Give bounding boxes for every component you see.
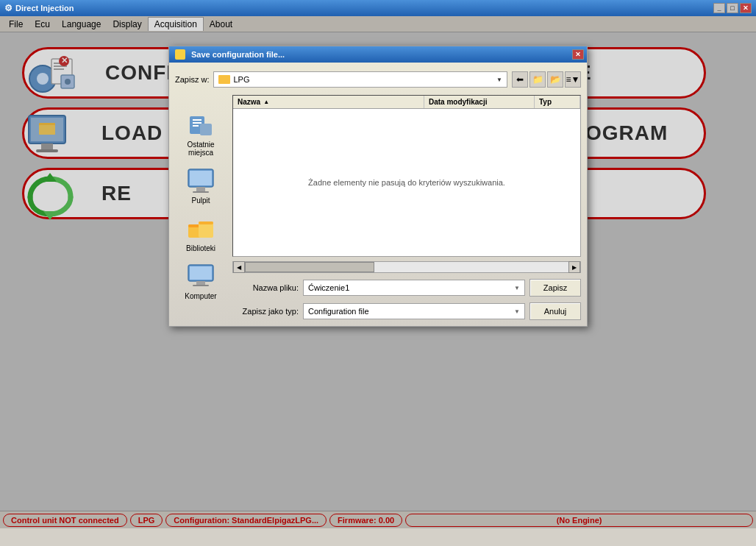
filetype-value: Configuration file: [308, 307, 369, 316]
scroll-track[interactable]: [245, 262, 568, 272]
location-dropdown-arrow: ▼: [496, 77, 502, 83]
dialog-title-left: Save configuration file...: [175, 49, 285, 60]
file-list-header: Nazwa ▲ Data modyfikacji Typ: [233, 96, 580, 109]
app-icon: ⚙: [4, 3, 13, 13]
filetype-dropdown[interactable]: Configuration file ▼: [303, 303, 525, 319]
folder-icon: [218, 75, 230, 84]
desktop-icon: [186, 166, 215, 195]
filename-dropdown-arrow: ▼: [514, 285, 520, 291]
file-list: Nazwa ▲ Data modyfikacji Typ Żadne eleme…: [232, 95, 581, 257]
svg-rect-34: [196, 187, 205, 191]
dialog-title-bar: Save configuration file... ✕: [169, 46, 587, 63]
svg-rect-31: [200, 124, 212, 135]
svg-rect-39: [199, 221, 213, 224]
save-button[interactable]: Zapisz: [529, 279, 581, 297]
location-bar: Zapisz w: LPG ▼ ⬅ 📁 📂 ≡▼: [175, 68, 581, 91]
dialog-nav: Ostatnie miejsca Pulpit: [175, 95, 227, 320]
location-dropdown[interactable]: LPG ▼: [213, 71, 507, 88]
recent-icon: [186, 110, 215, 139]
svg-rect-33: [190, 171, 212, 185]
title-bar-left: ⚙ Direct Injection: [4, 3, 74, 13]
title-bar-controls[interactable]: _ □ ✕: [713, 3, 752, 13]
scroll-right-button[interactable]: ▶: [568, 261, 580, 273]
dialog-title-text: Save configuration file...: [191, 50, 285, 59]
col-name[interactable]: Nazwa ▲: [233, 96, 424, 108]
toolbar-back-button[interactable]: ⬅: [512, 71, 528, 88]
nav-computer[interactable]: Komputer: [179, 261, 223, 300]
save-dialog: Save configuration file... ✕ Zapisz w: L…: [168, 46, 588, 327]
svg-rect-42: [196, 281, 205, 285]
location-label: Zapisz w:: [175, 75, 209, 84]
nav-recent[interactable]: Ostatnie miejsca: [179, 110, 223, 157]
nav-libraries[interactable]: Biblioteki: [179, 213, 223, 252]
nav-computer-label: Komputer: [185, 292, 216, 300]
nav-libraries-label: Biblioteki: [186, 244, 215, 252]
libraries-icon: [186, 213, 215, 243]
dialog-title-icon: [175, 49, 185, 60]
minimize-button[interactable]: _: [713, 3, 725, 13]
svg-rect-28: [193, 119, 202, 121]
toolbar-up-button[interactable]: 📁: [529, 71, 546, 88]
close-button[interactable]: ✕: [740, 3, 752, 13]
scroll-thumb[interactable]: [245, 262, 374, 272]
dialog-overlay: Save configuration file... ✕ Zapisz w: L…: [0, 16, 756, 528]
toolbar-icons: ⬅ 📁 📂 ≡▼: [512, 71, 581, 88]
location-value: LPG: [233, 75, 249, 84]
nav-recent-label: Ostatnie miejsca: [187, 141, 214, 157]
dialog-close-button[interactable]: ✕: [572, 49, 584, 60]
filetype-label: Zapisz jako typ:: [232, 307, 299, 316]
maximize-button[interactable]: □: [727, 3, 738, 13]
scroll-left-button[interactable]: ◀: [233, 261, 245, 273]
svg-rect-43: [193, 285, 209, 286]
filename-input[interactable]: Ćwiczenie1 ▼: [303, 280, 525, 296]
title-bar: ⚙ Direct Injection _ □ ✕: [0, 0, 756, 16]
svg-rect-30: [193, 125, 199, 127]
dialog-main-area: Ostatnie miejsca Pulpit: [175, 95, 581, 320]
svg-rect-29: [193, 122, 202, 124]
app-title: Direct Injection: [15, 4, 74, 13]
nav-desktop-label: Pulpit: [191, 196, 210, 205]
dialog-controls[interactable]: ✕: [572, 49, 584, 60]
filename-label: Nazwa pliku:: [232, 283, 299, 292]
dialog-body: Zapisz w: LPG ▼ ⬅ 📁 📂 ≡▼: [169, 63, 587, 326]
col-date[interactable]: Data modyfikacji: [424, 96, 535, 108]
filetype-dropdown-arrow: ▼: [514, 308, 520, 315]
svg-rect-35: [193, 191, 209, 193]
horizontal-scrollbar[interactable]: ◀ ▶: [232, 261, 581, 273]
filename-row: Nazwa pliku: Ćwiczenie1 ▼ Zapisz: [232, 279, 581, 297]
file-list-container: Nazwa ▲ Data modyfikacji Typ Żadne eleme…: [232, 95, 581, 320]
sort-arrow: ▲: [263, 99, 269, 105]
filename-value: Ćwiczenie1: [308, 283, 349, 292]
svg-rect-41: [190, 266, 212, 280]
toolbar-view-button[interactable]: ≡▼: [565, 71, 581, 88]
filetype-row: Zapisz jako typ: Configuration file ▼ An…: [232, 302, 581, 320]
computer-icon: [186, 261, 215, 291]
cancel-button[interactable]: Anuluj: [529, 302, 581, 320]
toolbar-new-folder-button[interactable]: 📂: [547, 71, 563, 88]
nav-desktop[interactable]: Pulpit: [179, 166, 223, 205]
col-type[interactable]: Typ: [535, 96, 580, 108]
file-list-empty: Żadne elementy nie pasują do kryteriów w…: [233, 109, 580, 256]
